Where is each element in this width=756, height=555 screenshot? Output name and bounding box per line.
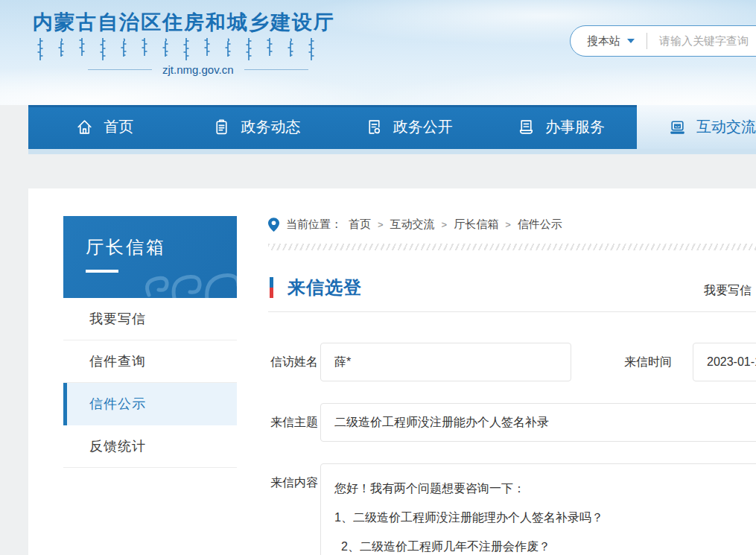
chevron-down-icon [627,39,635,43]
search-input[interactable]: 请输入关键字查询 [659,34,749,48]
main-nav: 首页 政务动态 政务公开 办事服务 互动交流 [28,105,756,149]
name-value: 薛* [334,355,351,370]
content-line: 1、二级造价工程师没注册能理办个人签名补录吗？ [334,503,756,532]
nav-item-news[interactable]: 政务动态 [180,105,332,149]
section-title-accent-bar [270,277,273,298]
breadcrumb-letter-publicity[interactable]: 信件公示 [518,218,562,232]
content-line: 2、二级造价工程师几年不注册会作废？ [334,532,756,555]
hatched-divider [268,244,756,250]
divider-line [244,69,308,70]
sidebar-menu: 我要写信 信件查询 信件公示 反馈统计 [63,298,237,468]
breadcrumb-home[interactable]: 首页 [349,218,371,232]
cloud-swirl-ornament [142,252,237,298]
content-label: 来信内容 [270,463,318,502]
nav-item-label: 政务动态 [241,117,300,137]
subject-value: 二级造价工程师没注册能办个人签名补录 [334,415,549,431]
nav-item-label: 首页 [104,117,133,137]
clipboard-icon [212,118,231,136]
sidebar-item-feedback-stats[interactable]: 反馈统计 [63,425,237,468]
subject-field[interactable]: 二级造价工程师没注册能办个人签名补录 [320,403,756,442]
breadcrumb-interaction[interactable]: 互动交流 [390,218,435,232]
sidebar: 厅长信箱 我要写信 信件查询 信件公示 反馈统计 [63,216,237,468]
site-title: 内蒙古自治区住房和城乡建设厅 [33,9,335,36]
nav-item-disclosure[interactable]: 政务公开 [333,105,485,149]
nav-item-label: 互动交流 [696,117,756,137]
sidebar-header: 厅长信箱 [63,216,237,298]
location-pin-icon [268,218,279,232]
section-title-row: 来信选登 我要写信 [268,266,756,312]
nav-item-label: 办事服务 [545,117,605,137]
time-value: 2023-01-1 [707,355,756,369]
search-scope-label: 搜本站 [587,34,620,48]
subject-label: 来信主题 [270,403,318,442]
sidebar-item-label: 反馈统计 [89,439,146,454]
sidebar-item-label: 信件查询 [89,354,146,369]
sidebar-item-letter-publicity[interactable]: 信件公示 [63,383,237,425]
write-letter-link[interactable]: 我要写信 [704,283,752,299]
site-url: zjt.nmg.gov.cn [162,63,234,76]
sidebar-item-label: 我要写信 [89,311,146,326]
content-card: 厅长信箱 我要写信 信件查询 信件公示 反馈统计 [28,188,756,555]
divider-line [88,69,152,70]
sidebar-title-underline [86,270,118,273]
nav-item-interaction[interactable]: 互动交流 [637,105,756,149]
site-url-row: zjt.nmg.gov.cn [88,63,308,76]
time-label: 来信时间 [624,343,672,381]
sidebar-item-write-letter[interactable]: 我要写信 [63,298,237,340]
site-search[interactable]: 搜本站 请输入关键字查询 [570,25,756,57]
interaction-icon [668,118,687,136]
sidebar-item-label: 信件公示 [89,396,146,411]
content-line: 您好！我有两个问题想要咨询一下： [334,474,756,503]
mongolian-script [37,37,331,66]
document-disclosure-icon [365,118,384,136]
name-label: 信访姓名 [270,343,318,381]
main-content: 当前位置： 首页 > 互动交流 > 厅长信箱 > 信件公示 来信选登 我要写信 … [268,216,756,312]
time-field[interactable]: 2023-01-1 [693,343,756,381]
home-icon [75,118,94,136]
nav-item-services[interactable]: 办事服务 [485,105,637,149]
breadcrumb-prefix: 当前位置： [286,218,342,232]
nav-bottom-strip [28,149,756,154]
content-field[interactable]: 您好！我有两个问题想要咨询一下： 1、二级造价工程师没注册能理办个人签名补录吗？… [320,463,756,555]
service-scroll-icon [517,118,536,136]
search-scope-dropdown[interactable]: 搜本站 [587,34,635,48]
breadcrumb: 当前位置： 首页 > 互动交流 > 厅长信箱 > 信件公示 [268,216,756,232]
breadcrumb-separator: > [505,219,511,230]
nav-item-label: 政务公开 [393,117,453,137]
nav-item-home[interactable]: 首页 [28,105,180,149]
search-divider [647,33,647,49]
name-field[interactable]: 薛* [320,343,571,381]
breadcrumb-separator: > [442,219,448,230]
breadcrumb-separator: > [378,219,384,230]
sidebar-item-letter-query[interactable]: 信件查询 [63,340,237,383]
site-header: 内蒙古自治区住房和城乡建设厅 zjt.nmg.gov.cn 搜本站 [0,0,756,105]
breadcrumb-mailbox[interactable]: 厅长信箱 [454,218,498,232]
section-title: 来信选登 [288,276,362,299]
